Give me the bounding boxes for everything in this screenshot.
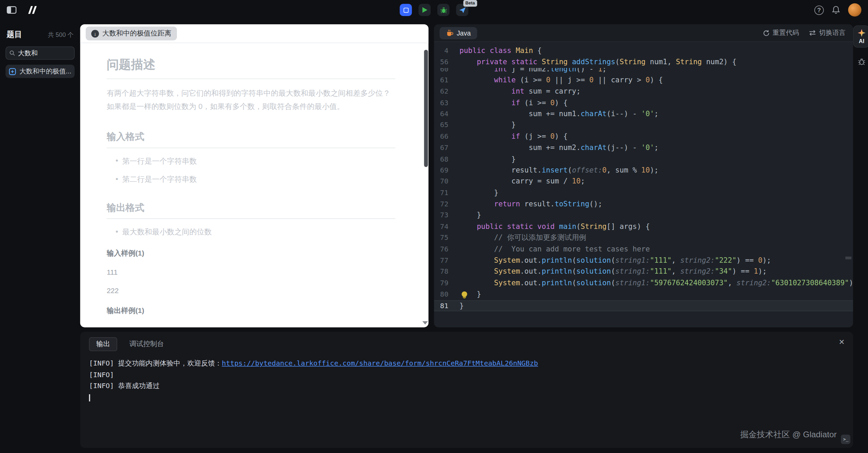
problem-block-h2: 输出格式	[107, 201, 395, 219]
code-line-70[interactable]: 70 carry = sum / 10;	[434, 176, 853, 187]
code-line-61[interactable]: 61 while (i >= 0 || j >= 0 || carry > 0)…	[434, 74, 853, 86]
reset-code-button[interactable]: 重置代码	[763, 28, 799, 38]
language-tab-java[interactable]: Java	[440, 27, 478, 39]
line-number: 73	[434, 210, 459, 221]
tab-debug-console[interactable]: 调试控制台	[129, 340, 164, 349]
code-line-4[interactable]: 4public class Main {	[434, 45, 853, 57]
line-number: 81	[434, 300, 459, 311]
code-line-60[interactable]: 60 int j = num2.length() - 1;	[434, 68, 853, 74]
code-line-64[interactable]: 64 sum += num1.charAt(i--) - '0';	[434, 108, 853, 120]
line-number: 62	[434, 86, 459, 97]
code-line-73[interactable]: 73 }	[434, 210, 853, 221]
problem-block-h2: 输入格式	[107, 130, 395, 148]
code-line-78[interactable]: 78 System.out.println(solution(string1:"…	[434, 266, 853, 277]
code-line-68[interactable]: 68 }	[434, 153, 853, 165]
console-output: [INFO] 提交功能内测体验中，欢迎反馈：https://bytedance.…	[89, 358, 844, 403]
problem-block-label: 输入样例(1)	[107, 248, 395, 258]
search-input[interactable]	[18, 49, 71, 57]
console-text: 提交功能内测体验中，欢迎反馈：	[114, 359, 222, 367]
console-text: [INFO]	[89, 359, 114, 367]
code-line-81[interactable]: 81}	[434, 300, 853, 311]
console-line: [INFO] 提交功能内测体验中，欢迎反馈：https://bytedance.…	[89, 358, 844, 369]
help-button[interactable]: ?	[814, 5, 824, 15]
app-logo[interactable]	[27, 5, 39, 14]
paper-plane-icon	[459, 6, 466, 14]
problem-block-sample: 111	[107, 268, 395, 276]
line-number: 77	[434, 255, 459, 266]
notifications-bell-button[interactable]	[831, 5, 840, 14]
line-number: 61	[434, 74, 459, 86]
line-number: 72	[434, 198, 459, 210]
console-link[interactable]: https://bytedance.larkoffice.com/share/b…	[222, 359, 538, 367]
close-console-icon[interactable]: ×	[839, 337, 844, 347]
line-number: 65	[434, 120, 459, 131]
app-window: Beta ? 题目 共 500 个	[0, 0, 868, 453]
switch-arrows-icon	[809, 30, 816, 36]
console-line: [INFO]	[89, 369, 844, 380]
code-line-66[interactable]: 66 if (j >= 0) {	[434, 131, 853, 142]
code-line-65[interactable]: 65 }	[434, 120, 853, 131]
ai-sparkle-icon	[857, 29, 866, 37]
terminal-corner-icon[interactable]: >_	[841, 435, 851, 444]
problem-content: 问题描述有两个超大字符串数，问它们的和得到的字符串中的最大数和最小数之间相差多少…	[80, 43, 429, 327]
console-text: 恭喜成功通过	[114, 382, 160, 390]
ai-assistant-button[interactable]: AI	[853, 25, 868, 47]
code-line-77[interactable]: 77 System.out.println(solution(string1:"…	[434, 255, 853, 266]
code-line-72[interactable]: 72 return result.toString();	[434, 198, 853, 210]
code-editor-panel: Java 重置代码	[434, 24, 853, 327]
line-number: 4	[434, 45, 459, 57]
code-line-62[interactable]: 62 int sum = carry;	[434, 86, 853, 97]
code-lines[interactable]: 4public class Main {56 private static St…	[434, 42, 853, 327]
line-number: 74	[434, 221, 459, 232]
community-watermark: 掘金技术社区 @ Gladiator	[740, 430, 837, 440]
problem-tabbar: ↓ 大数和中的极值位距离	[80, 24, 429, 43]
code-line-63[interactable]: 63 if (i >= 0) {	[434, 97, 853, 108]
code-line-67[interactable]: 67 sum += num2.charAt(j--) - '0';	[434, 142, 853, 153]
line-number: 67	[434, 142, 459, 153]
line-number: 71	[434, 187, 459, 198]
problem-tab[interactable]: ↓ 大数和中的极值位距离	[86, 27, 177, 40]
code-line-76[interactable]: 76 // You can add more test cases here	[434, 244, 853, 255]
sidebar-toggle-icon[interactable]	[6, 6, 16, 14]
problems-sidebar: 题目 共 500 个 大数和中的极值...	[0, 20, 80, 453]
switch-language-button[interactable]: 切换语言	[809, 28, 845, 38]
debug-button[interactable]	[437, 4, 450, 16]
code-line-74[interactable]: 74 public static void main(String[] args…	[434, 221, 853, 232]
line-number: 68	[434, 153, 459, 165]
switch-language-label: 切换语言	[819, 28, 846, 38]
run-button[interactable]	[418, 4, 431, 16]
code-line-56[interactable]: 56 private static String addStrings(Stri…	[434, 57, 853, 68]
editor-scrollbar-thumb[interactable]	[845, 257, 852, 259]
sidebar-item-problem[interactable]: 大数和中的极值...	[5, 65, 74, 78]
line-number: 56	[434, 57, 459, 68]
code-line-75[interactable]: 75 // 你可以添加更多测试用例	[434, 232, 853, 244]
line-number: 78	[434, 266, 459, 277]
reset-code-label: 重置代码	[773, 28, 799, 38]
code-line-69[interactable]: 69 result.insert(offset:0, sum % 10);	[434, 165, 853, 176]
problem-block-li: 第二行是一个字符串数	[115, 175, 395, 184]
bug-icon	[440, 6, 447, 14]
search-box[interactable]	[5, 46, 74, 60]
console-line: [INFO] 恭喜成功通过	[89, 381, 844, 392]
editor-tabbar: Java 重置代码	[434, 24, 853, 42]
problem-block-label: 输出样例(1)	[107, 305, 395, 315]
code-line-71[interactable]: 71 }	[434, 187, 853, 198]
problem-count: 共 500 个	[48, 31, 73, 39]
right-rail: AI	[853, 20, 868, 453]
code-line-79[interactable]: 79 System.out.println(solution(string1:"…	[434, 277, 853, 289]
tab-output[interactable]: 输出	[89, 337, 118, 351]
code-line-80[interactable]: 80 }	[434, 289, 853, 300]
problem-block-sample: 222	[107, 286, 395, 294]
console-text: [INFO]	[89, 370, 114, 379]
problem-tab-title: 大数和中的极值位距离	[102, 29, 171, 38]
line-number: 60	[434, 68, 459, 74]
user-avatar[interactable]	[848, 3, 862, 17]
problem-block-li: 第一行是一个字符串数	[115, 156, 395, 166]
submit-button[interactable]: Beta	[456, 4, 468, 16]
stop-button[interactable]	[400, 4, 412, 16]
bug-report-button[interactable]	[857, 57, 866, 66]
scroll-down-arrow-icon[interactable]	[423, 321, 428, 325]
ai-label: AI	[859, 38, 864, 44]
search-icon	[10, 50, 15, 56]
problem-scrollbar-thumb[interactable]	[424, 50, 428, 167]
